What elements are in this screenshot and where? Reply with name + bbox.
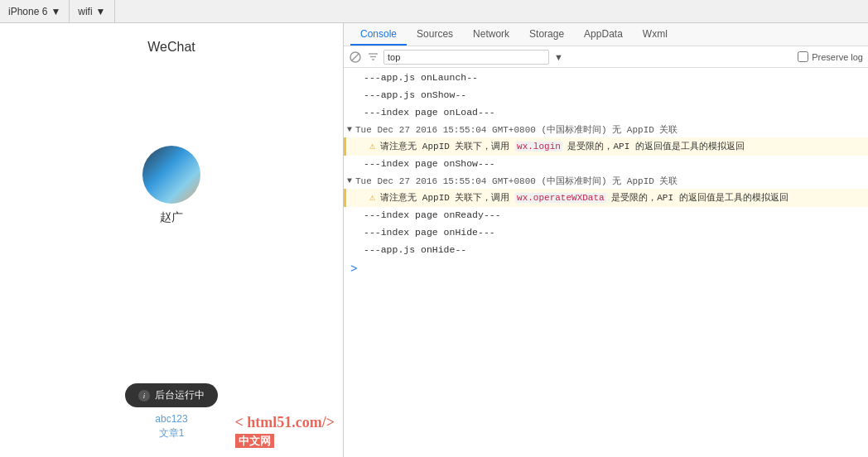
main-layout: WeChat 赵广 i 后台运行中 abc123 文章1 < html51.co… <box>0 23 868 457</box>
filter-input[interactable] <box>388 52 545 62</box>
device-select[interactable]: iPhone 6 ▼ <box>0 0 70 22</box>
console-toolbar: ▼ Preserve log <box>344 46 868 68</box>
tab-storage[interactable]: Storage <box>519 23 574 46</box>
filter-dropdown[interactable]: ▼ <box>554 52 563 62</box>
tab-appdata[interactable]: AppData <box>574 23 633 46</box>
network-select[interactable]: wifi ▼ <box>70 0 114 22</box>
phone-bottom-item-2: 文章1 <box>159 426 185 440</box>
warning-block-1: ⚠ 请注意无 AppID 关联下，调用 wx.login 是受限的，API 的返… <box>344 137 868 156</box>
clear-console-button[interactable] <box>349 51 362 64</box>
console-line-7: ---app.js onHide-- <box>344 242 868 259</box>
top-bar: iPhone 6 ▼ wifi ▼ <box>0 0 868 23</box>
warning-text-2: 请注意无 AppID 关联下，调用 wx.operateWXData 是受限的，… <box>380 191 788 204</box>
preserve-log-area: Preserve log <box>798 51 863 62</box>
filter-dropdown-arrow: ▼ <box>554 52 563 62</box>
svg-line-1 <box>352 53 359 60</box>
network-label: wifi <box>78 6 92 17</box>
warning-text-1: 请注意无 AppID 关联下，调用 wx.login 是受限的，API 的返回值… <box>380 140 745 153</box>
network-arrow: ▼ <box>96 6 106 17</box>
console-prompt[interactable]: > <box>344 259 868 279</box>
collapse-triangle-1: ▼ <box>347 125 352 134</box>
warning-icon-1: ⚠ <box>369 140 375 152</box>
console-line-2: ---app.js onShow-- <box>344 87 868 104</box>
info-icon: i <box>138 390 150 402</box>
preserve-log-checkbox[interactable] <box>798 51 808 62</box>
tab-wxml[interactable]: Wxml <box>633 23 678 46</box>
phone-avatar-area: 赵广 <box>142 146 200 228</box>
tab-console[interactable]: Console <box>350 23 407 46</box>
console-line-5: ---index page onReady--- <box>344 207 868 224</box>
filter-icon <box>367 51 379 63</box>
avatar <box>142 146 200 204</box>
prompt-symbol: > <box>350 262 357 276</box>
warning-code-1: wx.login <box>515 142 562 152</box>
tab-network[interactable]: Network <box>463 23 519 46</box>
phone-title: WeChat <box>0 23 343 63</box>
warning-code-2: wx.operateWXData <box>515 193 606 203</box>
background-running-label: 后台运行中 <box>155 388 205 402</box>
console-line-1: ---app.js onLaunch-- <box>344 70 868 87</box>
devtools-tabs: Console Sources Network Storage AppData … <box>344 23 868 46</box>
watermark: < html51.com/> 中文网 <box>235 414 335 449</box>
console-content: ---app.js onLaunch-- ---app.js onShow-- … <box>344 68 868 457</box>
group-time-1: Tue Dec 27 2016 15:55:04 GMT+0800 (中国标准时… <box>355 123 678 136</box>
console-line-3: ---index page onLoad--- <box>344 104 868 122</box>
device-label: iPhone 6 <box>8 6 47 17</box>
devtools-panel: Console Sources Network Storage AppData … <box>344 23 868 457</box>
phone-panel: WeChat 赵广 i 后台运行中 abc123 文章1 < html51.co… <box>0 23 344 457</box>
collapse-triangle-2: ▼ <box>347 176 352 185</box>
group-time-2: Tue Dec 27 2016 15:55:04 GMT+0800 (中国标准时… <box>355 175 678 187</box>
console-line-6: ---index page onHide--- <box>344 224 868 242</box>
console-group-header-1[interactable]: ▼ Tue Dec 27 2016 15:55:04 GMT+0800 (中国标… <box>344 122 868 137</box>
console-line-4: ---index page onShow--- <box>344 156 868 173</box>
warning-block-2: ⚠ 请注意无 AppID 关联下，调用 wx.operateWXData 是受限… <box>344 189 868 207</box>
phone-bottom-item-1: abc123 <box>155 413 187 425</box>
console-group-header-2[interactable]: ▼ Tue Dec 27 2016 15:55:04 GMT+0800 (中国标… <box>344 173 868 189</box>
warning-icon-2: ⚠ <box>369 191 375 204</box>
phone-bottom-info: abc123 文章1 <box>155 413 187 440</box>
tab-sources[interactable]: Sources <box>407 23 463 46</box>
background-running-bar: i 后台运行中 <box>125 383 218 407</box>
phone-username: 赵广 <box>160 210 183 225</box>
preserve-log-label[interactable]: Preserve log <box>812 52 863 62</box>
console-group-1: ▼ Tue Dec 27 2016 15:55:04 GMT+0800 (中国标… <box>344 122 868 156</box>
filter-input-container <box>383 50 549 65</box>
console-group-2: ▼ Tue Dec 27 2016 15:55:04 GMT+0800 (中国标… <box>344 173 868 207</box>
device-arrow: ▼ <box>51 6 60 17</box>
